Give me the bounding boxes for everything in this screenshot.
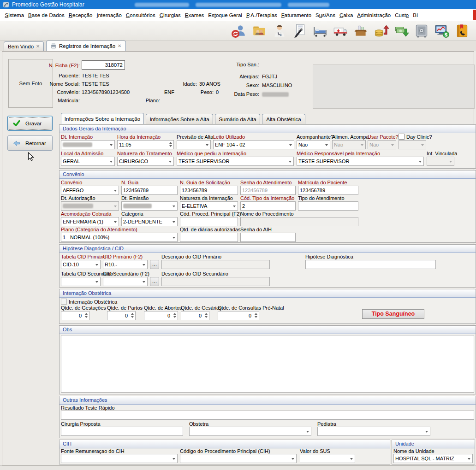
usar-pacote-combo[interactable]: Não	[368, 140, 396, 149]
hipotese-diagnostica-input[interactable]	[305, 260, 436, 269]
previsao-alta-combo[interactable]	[177, 140, 211, 149]
menu-item-internacao[interactable]: Internação	[95, 10, 124, 21]
menu-item-base-de-dados[interactable]: Base de Dados	[26, 10, 67, 21]
pediatra-combo[interactable]	[317, 427, 430, 436]
tabela-cid-secundario-combo[interactable]	[61, 277, 101, 286]
spin-buttons[interactable]	[85, 313, 88, 318]
tab-informacoes-alta[interactable]: Informações Sobre a Alta	[146, 114, 213, 124]
obs-textarea[interactable]	[61, 335, 474, 393]
menu-item-faturamento[interactable]: Faturamento	[279, 10, 313, 21]
spin-buttons[interactable]	[173, 313, 176, 318]
menu-item-pa-terapias[interactable]: P.A./Terapias	[244, 10, 279, 21]
peso-label: Peso:	[188, 89, 214, 95]
alimen-acompa-combo[interactable]: Não	[332, 140, 366, 149]
stock-box-icon[interactable]	[351, 23, 370, 39]
cid-secundario-combo[interactable]	[103, 277, 148, 286]
senha-atendimento-input[interactable]: 123456789	[240, 186, 296, 195]
menu-item-consultorios[interactable]: Consultórios	[124, 10, 157, 21]
cod-tipo-internacao-input[interactable]: 2	[240, 201, 296, 211]
tab-sumario-alta[interactable]: Sumário da Alta	[215, 114, 260, 124]
tab-informacoes-internacao[interactable]: Informações Sobre a Internação	[61, 113, 144, 124]
spin-buttons[interactable]	[169, 142, 172, 147]
medico-pediu-combo[interactable]: TESTE SUPERVISOR	[177, 157, 294, 166]
acompanhante-combo[interactable]: Não	[297, 140, 330, 149]
spin-buttons[interactable]	[255, 313, 257, 318]
qtde-cesarias-spinner[interactable]: 0	[181, 311, 209, 320]
menu-item-recepcao[interactable]: Recepção	[66, 10, 95, 21]
n-guia-solicitacao-input[interactable]: 123456789	[180, 186, 238, 195]
nome-unidade-combo[interactable]: HOSPITAL SQL - MATRIZ	[393, 454, 473, 463]
document-sign-icon[interactable]	[291, 23, 309, 39]
close-tab-icon[interactable]: ✕	[36, 44, 40, 49]
app-logo-icon	[3, 1, 9, 8]
menu-item-sus-ans[interactable]: Sus/Ans	[314, 10, 338, 21]
tab-alta-obstetrica[interactable]: Alta Obstétrica	[262, 114, 305, 124]
internacao-obstetrica-checkbox[interactable]	[61, 299, 67, 305]
tabela-cid-primario-combo[interactable]: CID-10	[61, 260, 101, 269]
phonebook-icon[interactable]	[453, 23, 471, 39]
qtde-gestacoes-spinner[interactable]: 0	[61, 311, 89, 320]
resultado-teste-rapido-input[interactable]	[61, 411, 474, 420]
menu-item-estoque-geral[interactable]: Estoque Geral	[206, 10, 244, 21]
retornar-button[interactable]: Retornar	[7, 135, 53, 151]
menu-item-administracao[interactable]: Administração	[355, 10, 393, 21]
refresh-user-icon[interactable]	[230, 23, 248, 39]
matricula-paciente-input[interactable]: 123456789	[298, 186, 358, 195]
cid-secundario-lookup-button[interactable]: …	[150, 277, 159, 286]
spin-buttons[interactable]	[205, 313, 208, 318]
menu-item-custo[interactable]: Custo	[393, 10, 411, 21]
close-tab-icon[interactable]: ✕	[118, 44, 121, 48]
senha-aih-input[interactable]	[240, 233, 296, 242]
int-vinculada-combo[interactable]	[427, 157, 454, 166]
ambulance-icon[interactable]	[331, 23, 350, 39]
qtde-partos-spinner[interactable]: 0	[107, 311, 136, 320]
menu-item-caixa[interactable]: Caixa	[337, 10, 355, 21]
qtde-abortos-spinner[interactable]: 0	[144, 311, 178, 320]
categoria-combo[interactable]: 2-DEPENDENTE	[121, 217, 178, 226]
dt-emissao-combo[interactable]	[121, 201, 178, 211]
patient-folder-icon[interactable]	[250, 23, 268, 39]
payment-down-icon[interactable]	[392, 23, 411, 39]
cod-proced-principal-input[interactable]	[180, 217, 238, 226]
hospital-bed-icon[interactable]	[311, 23, 329, 39]
day-clinic-combo[interactable]	[399, 140, 426, 149]
tipo-sanguineo-button[interactable]: Tipo Sanguíneo	[362, 309, 424, 319]
qtd-diarias-input[interactable]	[180, 233, 238, 242]
safe-icon[interactable]	[412, 23, 431, 39]
convenio-combo[interactable]: AFFEGO	[61, 186, 119, 195]
tab-bem-vindo[interactable]: Bem Vindo ✕	[4, 41, 44, 51]
gravar-button[interactable]: Gravar	[7, 116, 53, 131]
valor-sus-combo[interactable]	[300, 454, 355, 463]
natureza-tratamento-combo[interactable]: CIRURGICO	[117, 157, 174, 166]
leito-combo[interactable]: ENF 104 - 02	[213, 140, 294, 149]
tab-registros-internacao[interactable]: Registros de Internação ✕	[46, 41, 126, 51]
menu-item-cirurgias[interactable]: Cirurgias	[157, 10, 183, 21]
cid-primario-lookup-button[interactable]: …	[150, 260, 159, 269]
cid-primario-combo[interactable]: R10.-	[103, 260, 148, 269]
acomodacao-cobrada-combo[interactable]: ENFERMARIA (1)	[61, 217, 119, 226]
dt-internacao-combo[interactable]	[61, 140, 115, 149]
fonte-remuneracao-combo[interactable]	[61, 454, 178, 463]
obstetra-combo[interactable]	[189, 427, 311, 436]
plano-categoria-combo[interactable]: 1 - NORMAL (100%)	[61, 233, 178, 242]
day-clinic-checkbox[interactable]	[399, 134, 405, 140]
ficha-input[interactable]: 318072	[82, 60, 125, 70]
dt-autorizacao-combo[interactable]	[61, 201, 119, 211]
natureza-internacao-combo[interactable]: E-ELETIVA	[180, 201, 238, 211]
local-admissao-combo[interactable]: GERAL	[61, 157, 115, 166]
menu-item-exames[interactable]: Exames	[183, 10, 206, 21]
revenue-up-icon[interactable]	[372, 23, 390, 39]
spin-buttons[interactable]	[131, 313, 134, 318]
doctor-icon[interactable]	[270, 23, 289, 39]
tipo-atendimento-input[interactable]	[298, 201, 358, 211]
medico-responsavel-combo[interactable]: TESTE SUPERVISOR	[297, 157, 424, 166]
cirurgia-proposta-input[interactable]	[61, 427, 183, 436]
cod-tipo-internacao-label: Cód. Tipo da Internação	[240, 195, 294, 201]
hora-internacao-spinner[interactable]: 11:05	[117, 140, 174, 149]
menu-item-sistema[interactable]: Sistema	[3, 10, 26, 21]
menu-item-bi[interactable]: BI	[411, 10, 420, 21]
codigo-procedimento-cih-combo[interactable]	[180, 454, 297, 463]
qtde-consultas-spinner[interactable]: 0	[218, 311, 259, 320]
n-guia-input[interactable]: 123456789	[121, 186, 178, 195]
finance-monitor-icon[interactable]: $	[433, 23, 451, 39]
